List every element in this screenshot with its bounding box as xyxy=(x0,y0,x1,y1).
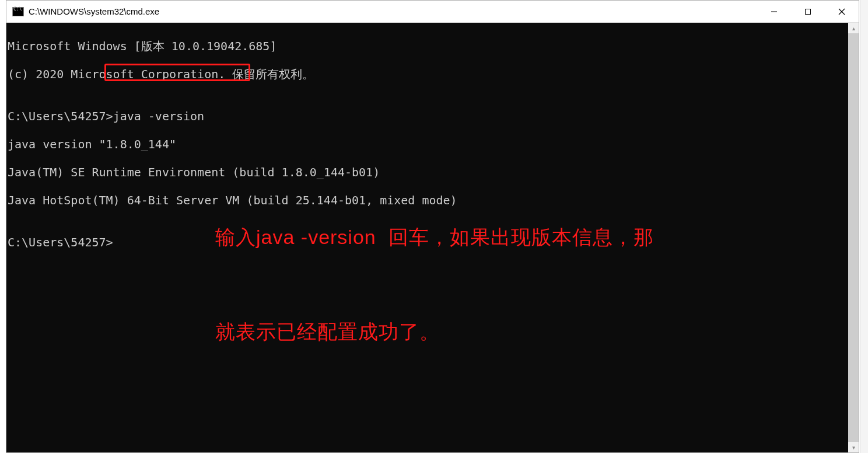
titlebar[interactable]: C:\WINDOWS\system32\cmd.exe xyxy=(6,1,859,23)
close-button[interactable] xyxy=(825,1,859,22)
annotation-line: 输入java -version 回车，如果出现版本信息，那 xyxy=(215,221,654,253)
terminal-line: Microsoft Windows [版本 10.0.19042.685] xyxy=(8,39,848,53)
terminal-line: (c) 2020 Microsoft Corporation. 保留所有权利。 xyxy=(8,67,848,81)
window-controls xyxy=(757,1,859,22)
cmd-window: C:\WINDOWS\system32\cmd.exe Microsoft Wi… xyxy=(6,0,859,453)
cmd-icon xyxy=(12,7,24,16)
minimize-icon xyxy=(771,8,778,15)
svg-rect-1 xyxy=(806,9,811,14)
minimize-button[interactable] xyxy=(757,1,791,22)
terminal-line: java version "1.8.0_144" xyxy=(8,137,848,151)
maximize-icon xyxy=(804,8,811,15)
terminal-line: C:\Users\54257>java -version xyxy=(8,109,848,123)
close-icon xyxy=(838,8,845,15)
terminal-scrollbar[interactable]: ▴ ▾ xyxy=(848,23,859,452)
prompt: C:\Users\54257> xyxy=(8,109,113,123)
scrollbar-thumb[interactable] xyxy=(848,33,859,442)
maximize-button[interactable] xyxy=(791,1,825,22)
scroll-up-icon[interactable]: ▴ xyxy=(848,23,859,33)
scroll-down-icon[interactable]: ▾ xyxy=(848,442,859,452)
background-right-strip xyxy=(860,0,868,453)
command-text: java -version xyxy=(113,109,205,123)
annotation-text: 输入java -version 回车，如果出现版本信息，那 就表示已经配置成功了… xyxy=(215,158,654,410)
annotation-line: 就表示已经配置成功了。 xyxy=(215,316,654,347)
window-title: C:\WINDOWS\system32\cmd.exe xyxy=(29,6,757,16)
terminal-area[interactable]: Microsoft Windows [版本 10.0.19042.685] (c… xyxy=(6,23,859,452)
